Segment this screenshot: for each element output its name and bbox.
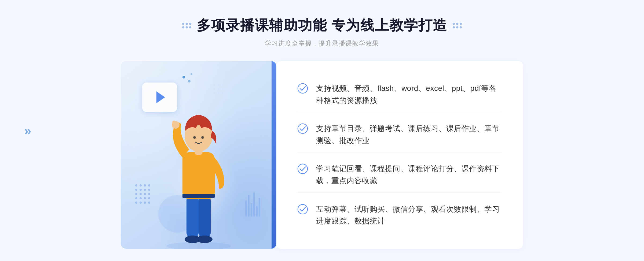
svg-point-8 [135,193,137,195]
svg-point-38 [222,88,224,90]
svg-point-43 [298,124,308,133]
svg-rect-22 [199,195,211,238]
svg-point-18 [144,202,146,204]
svg-point-17 [140,202,142,204]
svg-point-7 [148,189,150,191]
svg-point-13 [140,197,142,199]
feature-text-2: 支持章节目录、弹题考试、课后练习、课后作业、章节测验、批改作业 [316,123,502,147]
svg-point-4 [135,189,137,191]
page-subtitle: 学习进度全掌握，提升录播课教学效果 [265,39,379,48]
page-title: 多项录播课辅助功能 专为线上教学打造 [197,16,447,35]
header-section: 多项录播课辅助功能 专为线上教学打造 学习进度全掌握，提升录播课教学效果 [182,16,462,48]
svg-rect-21 [186,195,199,238]
blue-accent-bar [272,61,276,249]
svg-point-34 [218,84,219,86]
svg-point-0 [135,184,137,187]
svg-point-5 [140,189,142,191]
dots-top-left [212,83,244,115]
svg-point-37 [218,88,219,90]
check-icon-3 [297,163,308,174]
svg-point-45 [298,204,308,214]
svg-point-1 [140,184,142,187]
svg-point-15 [148,197,150,199]
dots-decoration-right [453,23,462,28]
dots-decoration-left [182,23,191,28]
svg-point-11 [148,193,150,195]
svg-point-40 [218,92,219,94]
feature-item-4: 互动弹幕、试听购买、微信分享、观看次数限制、学习进度跟踪、数据统计 [297,198,502,233]
feature-text-4: 互动弹幕、试听购买、微信分享、观看次数限制、学习进度跟踪、数据统计 [316,203,502,228]
svg-point-3 [148,184,150,187]
check-icon-4 [297,204,308,215]
svg-point-24 [196,236,213,243]
check-icon-1 [297,83,308,94]
illustration-panel [121,61,276,249]
feature-text-3: 学习笔记回看、课程提问、课程评论打分、课件资料下载，重点内容收藏 [316,163,502,187]
svg-point-28 [193,136,196,139]
shine-dot-1 [182,76,185,79]
vertical-lines-decoration [245,192,260,217]
svg-point-6 [144,189,146,191]
shine-dot-3 [191,73,192,75]
feature-item-1: 支持视频、音频、flash、word、excel、ppt、pdf等各种格式的资源… [297,77,502,112]
content-area: 支持视频、音频、flash、word、excel、ppt、pdf等各种格式的资源… [121,61,523,249]
chevron-decoration: » [24,123,31,138]
svg-point-10 [144,193,146,195]
svg-point-36 [213,88,215,90]
svg-point-16 [135,202,137,204]
svg-point-42 [298,84,308,93]
svg-rect-25 [182,152,215,199]
check-icon-2 [297,123,308,134]
svg-point-41 [222,92,224,94]
svg-rect-32 [182,194,215,198]
feature-text-1: 支持视频、音频、flash、word、excel、ppt、pdf等各种格式的资源… [316,83,502,107]
header-title-row: 多项录播课辅助功能 专为线上教学打造 [182,16,462,35]
person-illustration [153,93,244,249]
feature-item-3: 学习笔记回看、课程提问、课程评论打分、课件资料下载，重点内容收藏 [297,158,502,193]
svg-point-2 [144,184,146,187]
svg-point-12 [135,197,137,199]
svg-rect-31 [172,121,175,128]
svg-point-39 [213,92,215,94]
svg-point-29 [201,136,204,139]
svg-point-9 [140,193,142,195]
svg-point-33 [213,84,215,86]
svg-point-35 [222,84,224,86]
shine-dot-2 [188,80,191,83]
svg-point-19 [148,202,150,204]
feature-item-2: 支持章节目录、弹题考试、课后练习、课后作业、章节测验、批改作业 [297,117,502,152]
svg-point-44 [298,164,308,174]
page-wrapper: » 多项录播课辅助功能 专为线上教学打造 学习进度全掌握，提升录播课教学效果 [0,0,644,261]
svg-point-20 [166,242,231,249]
svg-point-14 [144,197,146,199]
features-panel: 支持视频、音频、flash、word、excel、ppt、pdf等各种格式的资源… [276,61,523,249]
